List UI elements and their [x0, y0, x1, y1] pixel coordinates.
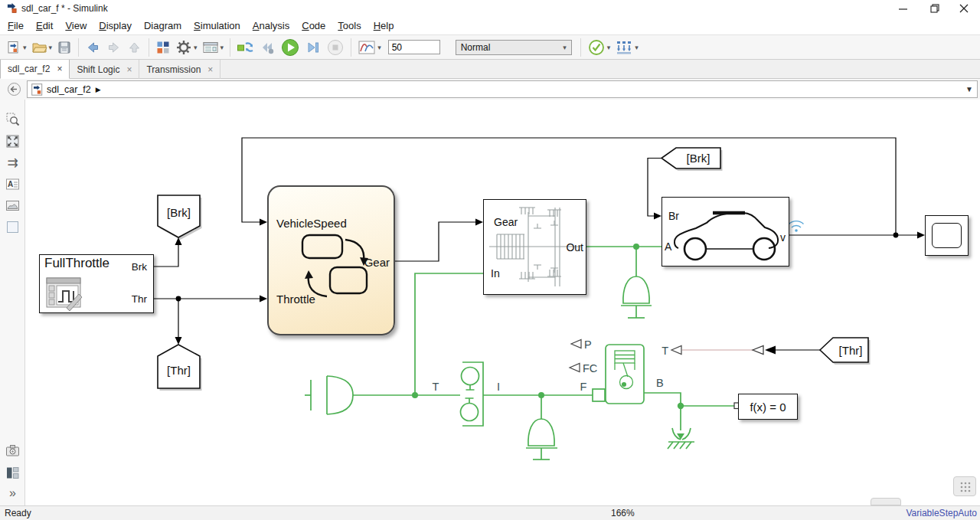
tab-close-icon[interactable]: × — [126, 65, 132, 74]
title-bar: sdl_car_f * - Simulink — [0, 0, 980, 17]
breadcrumb-bar: sdl_car_f2 ▶ ▼ — [0, 79, 980, 100]
close-button[interactable] — [951, 0, 977, 17]
tab-transmission[interactable]: Transmission × — [139, 60, 220, 79]
library-browser-button[interactable] — [153, 38, 173, 57]
stop-time-input[interactable] — [388, 40, 440, 54]
canvas-corner-grip[interactable] — [953, 476, 976, 496]
open-button[interactable]: ▾ — [29, 38, 55, 57]
menu-item-diagram[interactable]: Diagram — [138, 18, 188, 33]
sim-mode-select[interactable]: Normal ▾ — [456, 40, 572, 55]
diagram-canvas[interactable]: [Brk] [Thr] [Brk] [Thr] T I F B P FC T — [25, 100, 980, 505]
breadcrumb-dropdown-icon[interactable]: ▼ — [965, 85, 973, 93]
wire-thr-to-chart[interactable] — [154, 299, 260, 337]
menu-item-tools[interactable]: Tools — [332, 18, 367, 33]
engine-t-port-triangle-icon — [671, 346, 681, 355]
arrow-gear-in — [475, 219, 483, 226]
build-dropdown[interactable]: ▾ — [635, 44, 639, 51]
toolbar-separator — [230, 38, 230, 57]
menu-item-view[interactable]: View — [59, 18, 93, 33]
model-advisor-button[interactable]: ▾ — [585, 38, 613, 57]
tab-close-icon[interactable]: × — [57, 64, 62, 74]
port-in-label: In — [491, 267, 500, 280]
fullthrottle-block[interactable]: FullThrottle Brk Thr — [39, 254, 154, 313]
back-button[interactable] — [83, 38, 103, 57]
step-back-button[interactable] — [256, 38, 278, 57]
arrow-goto-thr-in — [175, 337, 182, 345]
arrow-vehiclespeed-in — [260, 219, 267, 226]
engine-b-label: B — [656, 377, 664, 389]
wire-brk-to-goto[interactable] — [154, 245, 178, 267]
zoom-tool-icon[interactable] — [5, 111, 21, 127]
wire-in-to-shaft[interactable] — [415, 273, 483, 395]
tab-shift-logic[interactable]: Shift Logic × — [70, 60, 139, 79]
wire-frombrk-to-vehicle[interactable] — [648, 159, 662, 217]
menu-item-analysis[interactable]: Analysis — [247, 18, 296, 33]
menu-item-code[interactable]: Code — [296, 18, 332, 33]
annotation-icon[interactable]: A — [5, 176, 21, 192]
scope-block[interactable] — [925, 215, 969, 256]
hide-browser-button[interactable] — [7, 82, 21, 96]
build-button[interactable]: ▾ — [612, 38, 641, 57]
torque-converter-block[interactable] — [461, 362, 484, 426]
screenshot-icon[interactable] — [5, 443, 21, 459]
menu-item-simulation[interactable]: Simulation — [188, 18, 247, 33]
open-dropdown[interactable]: ▾ — [49, 44, 53, 51]
tab-sdl-car-f2[interactable]: sdl_car_f2 × — [0, 60, 70, 79]
signal-routing-icon[interactable]: ⇉ — [5, 155, 21, 171]
inertia-dome-1[interactable] — [621, 276, 652, 318]
engine-block[interactable] — [593, 345, 644, 404]
solver-configuration-block[interactable]: f(x) = 0 — [738, 394, 798, 420]
junction-axle — [633, 244, 639, 250]
library-panel-icon[interactable] — [5, 465, 21, 481]
explorer-dropdown[interactable]: ▾ — [220, 44, 224, 51]
model-settings-button[interactable]: ▾ — [173, 38, 200, 57]
settings-dropdown[interactable]: ▾ — [194, 44, 198, 51]
advisor-dropdown[interactable]: ▾ — [607, 44, 611, 51]
minimize-button[interactable] — [890, 0, 916, 17]
from-brk-label: [Brk] — [687, 152, 710, 165]
step-forward-button[interactable] — [302, 38, 324, 57]
inertia-dome-2[interactable] — [526, 419, 557, 459]
wire-out-to-axle[interactable] — [586, 247, 662, 276]
inertia-disc-block[interactable] — [311, 376, 353, 414]
forward-button[interactable] — [103, 38, 124, 57]
solver-status-link[interactable]: VariableStepAuto — [906, 508, 977, 518]
expand-palette-icon[interactable]: » — [5, 485, 21, 501]
shaft-i-label: I — [497, 381, 500, 393]
area-box-icon[interactable] — [5, 219, 21, 235]
simulation-pacing-button[interactable]: ▾ — [355, 38, 384, 57]
pacing-dropdown[interactable]: ▾ — [377, 44, 381, 51]
up-button[interactable] — [124, 38, 145, 57]
menu-item-file[interactable]: File — [2, 18, 30, 33]
solver-label: f(x) = 0 — [750, 401, 786, 414]
signal-logging-icon[interactable] — [789, 221, 804, 227]
image-annotation-icon[interactable] — [5, 198, 21, 214]
transmission-block[interactable]: Gear Out In — [483, 199, 586, 295]
breadcrumb-address[interactable]: sdl_car_f2 ▶ ▼ — [27, 80, 978, 98]
menu-item-edit[interactable]: Edit — [30, 18, 59, 33]
update-diagram-button[interactable] — [234, 38, 256, 57]
stateflow-chart-block[interactable]: VehicleSpeed Throttle Gear — [267, 185, 395, 335]
fullthrottle-label: FullThrottle — [44, 256, 109, 271]
tab-close-icon[interactable]: × — [207, 65, 213, 74]
menu-item-help[interactable]: Help — [368, 18, 400, 33]
stop-button[interactable] — [324, 38, 347, 57]
sim-mode-dropdown: ▾ — [563, 44, 567, 51]
breadcrumb-arrow-icon[interactable]: ▶ — [96, 86, 101, 93]
junction-shaft-1 — [412, 392, 418, 398]
run-button[interactable] — [278, 38, 302, 57]
fit-to-view-icon[interactable] — [5, 133, 21, 149]
menu-item-display[interactable]: Display — [93, 18, 138, 33]
restore-button[interactable] — [922, 0, 948, 17]
model-explorer-button[interactable]: ▾ — [200, 38, 227, 57]
arrow-throttle-in — [260, 296, 267, 303]
wire-gear-to-transmission[interactable] — [395, 222, 475, 261]
save-button[interactable] — [54, 38, 74, 57]
new-model-dropdown[interactable]: ▾ — [23, 44, 27, 51]
wire-engine-b[interactable] — [644, 393, 735, 430]
hide-bar-grip[interactable] — [871, 498, 901, 505]
new-model-button[interactable]: ▾ — [4, 38, 29, 57]
vehicle-body-block[interactable]: Br A v — [662, 197, 789, 267]
engine-fc-label: FC — [583, 362, 597, 374]
breadcrumb-model-name[interactable]: sdl_car_f2 — [47, 84, 91, 95]
